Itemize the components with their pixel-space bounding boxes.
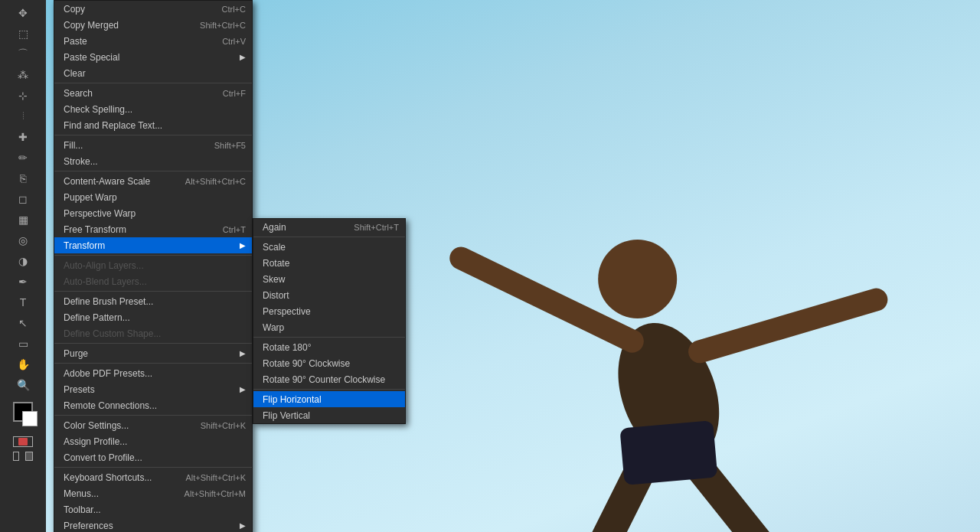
menu-item-purge[interactable]: Purge▶ — [54, 345, 252, 361]
menu-item-menus[interactable]: Menus...Alt+Shift+Ctrl+M — [54, 485, 252, 501]
crop-tool-icon[interactable]: ⊹ — [13, 86, 33, 106]
move-tool-icon[interactable]: ✥ — [13, 3, 33, 23]
submenu-item-again[interactable]: AgainShift+Ctrl+T — [253, 219, 405, 235]
eraser-tool-icon[interactable]: ◻ — [13, 189, 33, 209]
submenu-item-rotate-180[interactable]: Rotate 180° — [253, 339, 405, 355]
submenu-item-scale[interactable]: Scale — [253, 239, 405, 255]
submenu-item-flip-horizontal[interactable]: Flip Horizontal — [253, 391, 405, 407]
menu-separator — [54, 291, 252, 292]
menu-item-perspective-warp[interactable]: Perspective Warp — [54, 205, 252, 221]
background-color[interactable] — [22, 411, 38, 426]
submenu-item-distort[interactable]: Distort — [253, 287, 405, 303]
menu-item-shortcut-paste: Ctrl+V — [222, 37, 246, 46]
submenu-item-warp[interactable]: Warp — [253, 319, 405, 335]
lasso-tool-icon[interactable]: ⌒ — [13, 44, 33, 64]
pen-tool-icon[interactable]: ✒ — [13, 272, 33, 292]
menu-item-label-transform: Transform — [64, 240, 235, 251]
magic-wand-icon[interactable]: ⁂ — [13, 65, 33, 85]
submenu-label-perspective: Perspective — [263, 306, 399, 317]
menu-item-label-color-settings: Color Settings... — [64, 420, 185, 431]
menu-item-label-paste: Paste — [64, 36, 207, 47]
blur-tool-icon[interactable]: ◎ — [13, 230, 33, 250]
submenu-item-flip-vertical[interactable]: Flip Vertical — [253, 407, 405, 423]
menu-item-shortcut-menus: Alt+Shift+Ctrl+M — [185, 489, 246, 498]
eyedropper-icon[interactable]: 𝄄 — [13, 106, 33, 126]
menu-item-keyboard-shortcuts[interactable]: Keyboard Shortcuts...Alt+Shift+Ctrl+K — [54, 469, 252, 485]
menu-item-paste-special[interactable]: Paste Special▶ — [54, 49, 252, 65]
menu-item-stroke[interactable]: Stroke... — [54, 153, 252, 169]
dodge-tool-icon[interactable]: ◑ — [13, 251, 33, 271]
menu-item-label-purge: Purge — [64, 348, 235, 359]
hand-tool-icon[interactable]: ✋ — [13, 354, 33, 374]
select-tool-icon[interactable]: ⬚ — [13, 24, 33, 44]
menu-item-shortcut-content-aware: Alt+Shift+Ctrl+C — [185, 177, 246, 186]
menu-item-find-replace[interactable]: Find and Replace Text... — [54, 117, 252, 133]
rectangle-tool-icon[interactable]: ▭ — [13, 334, 33, 354]
menu-item-check-spelling[interactable]: Check Spelling... — [54, 101, 252, 117]
svg-point-1 — [598, 240, 677, 318]
menu-item-content-aware[interactable]: Content-Aware ScaleAlt+Shift+Ctrl+C — [54, 173, 252, 189]
menu-item-clear[interactable]: Clear — [54, 65, 252, 81]
submenu-item-perspective[interactable]: Perspective — [253, 303, 405, 319]
text-tool-icon[interactable]: T — [13, 292, 33, 312]
brush-tool-icon[interactable]: ✏ — [13, 148, 33, 168]
menu-item-assign-profile[interactable]: Assign Profile... — [54, 433, 252, 449]
submenu-item-rotate-90ccw[interactable]: Rotate 90° Counter Clockwise — [253, 371, 405, 387]
submenu-label-rotate-180: Rotate 180° — [263, 342, 399, 353]
menu-item-shortcut-free-transform: Ctrl+T — [223, 225, 246, 234]
foreground-color[interactable] — [13, 402, 33, 422]
menu-item-copy[interactable]: CopyCtrl+C — [54, 1, 252, 17]
menu-separator — [54, 343, 252, 344]
zoom-tool-icon[interactable]: 🔍 — [13, 375, 33, 395]
context-menu: CopyCtrl+CCopy MergedShift+Ctrl+CPasteCt… — [54, 0, 253, 532]
menu-item-copy-merged[interactable]: Copy MergedShift+Ctrl+C — [54, 17, 252, 33]
submenu-label-rotate: Rotate — [263, 258, 399, 269]
menu-item-label-puppet-warp: Puppet Warp — [64, 192, 246, 203]
screen-mode-icon[interactable] — [13, 451, 33, 462]
menu-item-label-content-aware: Content-Aware Scale — [64, 176, 170, 187]
quick-mask-icon[interactable] — [13, 436, 33, 447]
menu-item-search[interactable]: SearchCtrl+F — [54, 85, 252, 101]
menu-separator — [54, 363, 252, 364]
menu-item-fill[interactable]: Fill...Shift+F5 — [54, 137, 252, 153]
menu-item-label-preferences: Preferences — [64, 521, 235, 531]
menu-separator — [54, 171, 252, 171]
path-select-icon[interactable]: ↖ — [13, 313, 33, 333]
clone-tool-icon[interactable]: ⎘ — [13, 168, 33, 188]
submenu-arrow-presets: ▶ — [240, 385, 246, 393]
svg-rect-6 — [619, 420, 717, 485]
submenu-arrow-preferences: ▶ — [240, 521, 246, 530]
left-toolbar: ✥ ⬚ ⌒ ⁂ ⊹ 𝄄 ✚ ✏ ⎘ ◻ ▦ ◎ ◑ ✒ T ↖ ▭ ✋ 🔍 — [0, 0, 46, 532]
menu-item-toolbar[interactable]: Toolbar... — [54, 501, 252, 517]
menu-item-define-pattern[interactable]: Define Pattern... — [54, 309, 252, 325]
submenu-arrow-paste-special: ▶ — [240, 53, 246, 61]
menu-item-auto-blend: Auto-Blend Layers... — [54, 273, 252, 289]
menu-item-label-copy: Copy — [64, 4, 207, 15]
menu-item-remote-connections[interactable]: Remote Connections... — [54, 397, 252, 413]
submenu-label-rotate-90ccw: Rotate 90° Counter Clockwise — [263, 374, 399, 385]
menu-item-adobe-pdf[interactable]: Adobe PDF Presets... — [54, 365, 252, 381]
menu-item-preferences[interactable]: Preferences▶ — [54, 517, 252, 532]
submenu-item-rotate-90cw[interactable]: Rotate 90° Clockwise — [253, 355, 405, 371]
menu-item-label-stroke: Stroke... — [64, 156, 246, 167]
menu-item-paste[interactable]: PasteCtrl+V — [54, 33, 252, 49]
menu-item-puppet-warp[interactable]: Puppet Warp — [54, 189, 252, 205]
menu-item-color-settings[interactable]: Color Settings...Shift+Ctrl+K — [54, 417, 252, 433]
menu-item-label-menus: Menus... — [64, 488, 169, 499]
menu-item-transform[interactable]: Transform▶ — [54, 237, 252, 253]
menu-item-label-clear: Clear — [64, 68, 246, 79]
heal-tool-icon[interactable]: ✚ — [13, 127, 33, 147]
menu-item-presets[interactable]: Presets▶ — [54, 381, 252, 397]
submenu-item-skew[interactable]: Skew — [253, 271, 405, 287]
menu-item-free-transform[interactable]: Free TransformCtrl+T — [54, 221, 252, 237]
menu-item-define-brush[interactable]: Define Brush Preset... — [54, 293, 252, 309]
gradient-tool-icon[interactable]: ▦ — [13, 210, 33, 230]
submenu-separator — [253, 389, 405, 390]
menu-item-convert-profile[interactable]: Convert to Profile... — [54, 449, 252, 465]
submenu-item-rotate[interactable]: Rotate — [253, 255, 405, 271]
submenu-arrow-purge: ▶ — [240, 349, 246, 357]
submenu-label-warp: Warp — [263, 322, 399, 333]
submenu-label-rotate-90cw: Rotate 90° Clockwise — [263, 358, 399, 369]
menu-item-label-free-transform: Free Transform — [64, 224, 207, 235]
menu-item-label-presets: Presets — [64, 384, 235, 395]
